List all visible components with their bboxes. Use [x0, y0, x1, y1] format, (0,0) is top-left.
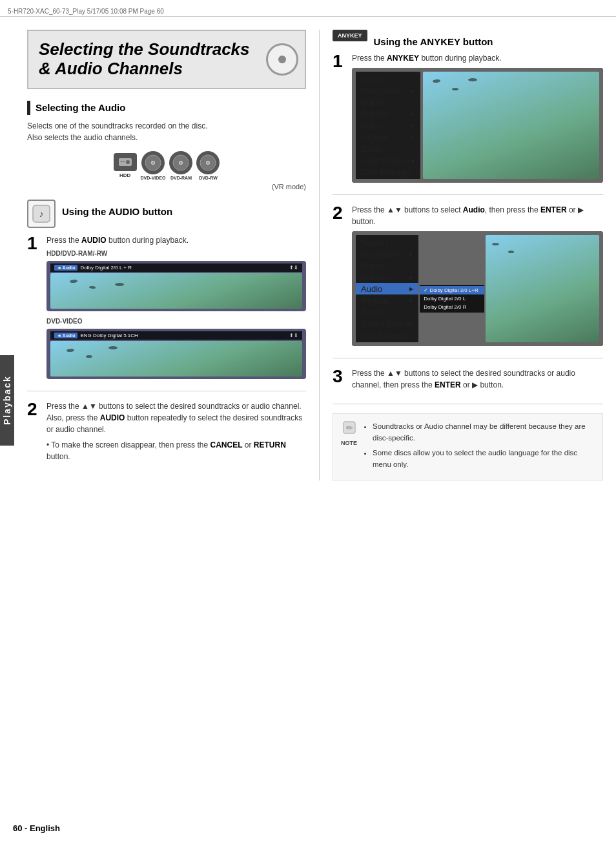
- anykey-menu-screen: Search Navigation▶ Marker Subtitle▶ Audi…: [352, 68, 603, 183]
- dvd-screen-label: DVD-VIDEO: [46, 318, 306, 325]
- anykey-bird1: [433, 79, 440, 83]
- audio-bold3: Audio: [463, 205, 485, 214]
- dvd-audio-text: ENG Dolby Digital 5.1CH: [80, 333, 138, 338]
- separator-2: [333, 194, 603, 195]
- anykey-step2-menu-panel: Search Navigation▶ Marker Subtitle▶ Audi…: [356, 235, 418, 342]
- anykey-badge-text: ANYKEY: [338, 32, 362, 39]
- disc-icon-dvd-video: DVD-VIDEO: [141, 151, 166, 180]
- separator-1: [27, 391, 306, 391]
- menu-item-repeat: Repeat▶: [356, 131, 420, 143]
- hdd-birds-bg: [50, 273, 302, 309]
- note-content: Soundtracks or Audio channel may be diff…: [364, 420, 595, 473]
- audio-bold2: AUDIO: [100, 413, 125, 422]
- separator-4: [333, 404, 603, 404]
- dvd-rw-svg: [199, 154, 217, 172]
- dvd-audio-bar: ◄ Audio ENG Dolby Digital 5.1CH ⬆⬇: [50, 331, 302, 340]
- audio-step2: 2 Press the ▲▼ buttons to select the des…: [27, 400, 306, 466]
- anykey-bold: ANYKEY: [387, 54, 419, 63]
- hdd-svg-icon: [118, 156, 132, 168]
- dvd-audio-badge: ◄ Audio: [54, 333, 77, 338]
- enter-bold2: ENTER: [435, 380, 461, 389]
- dvd-audio-arrows: ⬆⬇: [289, 333, 298, 338]
- step2-birds-bg: [486, 235, 599, 342]
- submenu-item-3: Dolby Digital 2/0 R: [420, 303, 484, 311]
- svg-text:♪: ♪: [39, 209, 44, 219]
- audio-button-icon-box: ♪: [27, 200, 56, 228]
- disc-decorative-icon: [266, 43, 298, 76]
- anykey-bird2: [452, 88, 458, 90]
- step2-menu-repeat: Repeat▶: [356, 294, 418, 306]
- svg-point-1: [126, 160, 130, 164]
- menu-item-search: Search: [356, 73, 420, 85]
- dvd-bird1: [67, 348, 74, 352]
- audio-step1: 1 Press the AUDIO button during playback…: [27, 234, 306, 382]
- step2-menu-zoom: Zoom: [356, 306, 418, 318]
- anykey-step1-text: Press the ANYKEY button during playback.: [352, 52, 603, 64]
- audio-button-section: ♪ Using the AUDIO button: [27, 200, 306, 228]
- anykey-step1-content: Press the ANYKEY button during playback.…: [352, 52, 603, 185]
- dvd-ram-shape: [169, 151, 192, 174]
- dvd-video-shape: [141, 151, 165, 174]
- dvd-bird3: [108, 346, 118, 349]
- anykey-step2-content: Press the ▲▼ buttons to select Audio, th…: [352, 204, 603, 349]
- main-content: Selecting the Soundtracks & Audio Channe…: [14, 23, 616, 493]
- submenu-item-2: Dolby Digital 2/0 L: [420, 294, 484, 303]
- anykey-step2-num: 2: [333, 204, 345, 222]
- section-title-audio: Selecting the Audio: [36, 102, 125, 113]
- menu-item-marker: Marker: [356, 96, 420, 108]
- disc-icon-dvd-ram: DVD-RAM: [169, 151, 192, 180]
- svg-rect-2: [120, 161, 125, 162]
- menu-item-zoom: Zoom: [356, 143, 420, 154]
- section-selecting-audio-header: Selecting the Audio: [27, 101, 306, 115]
- disc-icons-row: HDD DVD-VIDEO: [27, 151, 306, 180]
- dvd-video-svg: [144, 154, 162, 172]
- anykey-step3-content: Press the ▲▼ buttons to select the desir…: [352, 367, 603, 395]
- note-bullet-1: Soundtracks or Audio channel may be diff…: [373, 420, 595, 444]
- audio-step2-content: Press the ▲▼ buttons to select the desir…: [46, 400, 306, 466]
- hdd-audio-badge: ◄ Audio: [54, 265, 77, 271]
- footer-text: 60 - English: [13, 823, 60, 833]
- audio-button-icon-svg: ♪: [32, 204, 51, 223]
- step2-submenu: ✓ Dolby Digital 3/0 L+R Dolby Digital 2/…: [420, 254, 484, 342]
- anykey-bird3: [468, 78, 477, 81]
- menu-item-subtitle: Subtitle▶: [356, 108, 420, 119]
- svg-point-5: [152, 161, 154, 163]
- hdd-screen-label: HDD/DVD-RAM/-RW: [46, 250, 306, 257]
- audio-step2-num: 2: [27, 400, 40, 418]
- dvd-screen-mockup: ◄ Audio ENG Dolby Digital 5.1CH ⬆⬇: [46, 329, 306, 379]
- section-bar: [27, 101, 30, 115]
- footer: 60 - English: [13, 823, 60, 833]
- anykey-step3-num: 3: [333, 367, 345, 386]
- bird1: [70, 279, 77, 283]
- anykey-step2-text: Press the ▲▼ buttons to select Audio, th…: [352, 204, 603, 227]
- audio-step2-text: Press the ▲▼ buttons to select the desir…: [46, 400, 306, 435]
- audio-button-title: Using the AUDIO button: [62, 200, 172, 217]
- bird3: [115, 283, 124, 286]
- note-label: NOTE: [341, 437, 357, 446]
- step2-menu-search: Search: [356, 236, 418, 248]
- anykey-button-section: ANYKEY Using the ANYKEY button: [333, 30, 603, 47]
- note-bullet-2: Some discs allow you to select the audio…: [373, 447, 595, 471]
- separator-3: [333, 358, 603, 358]
- step2-menu-marker: Marker: [356, 260, 418, 271]
- hdd-screen-mockup: ◄ Audio Dolby Digital 2/0 L + R ⬆⬇: [46, 261, 306, 311]
- menu-item-navigation: Navigation▶: [356, 85, 420, 96]
- page-wrapper: 5-HR720-XAC_60-73_Play 5/17/05 10:08 PM …: [0, 0, 616, 846]
- right-column: ANYKEY Using the ANYKEY button 1 Press t…: [319, 30, 603, 480]
- playback-tab-label: Playback: [2, 376, 12, 426]
- anykey-step3: 3 Press the ▲▼ buttons to select the des…: [333, 367, 603, 395]
- audio-step1-num: 1: [27, 234, 40, 253]
- playback-tab: Playback: [0, 355, 14, 446]
- enter-bold: ENTER: [540, 205, 567, 214]
- left-column: Selecting the Soundtracks & Audio Channe…: [27, 30, 306, 480]
- hdd-shape: [114, 153, 137, 171]
- s2-bird1: [492, 243, 499, 245]
- cancel-bold: CANCEL: [210, 440, 242, 449]
- return-bold: RETURN: [254, 440, 286, 449]
- anykey-step3-text: Press the ▲▼ buttons to select the desir…: [352, 367, 603, 391]
- disc-icon-hdd: HDD: [114, 153, 137, 178]
- audio-step1-text: Press the AUDIO button during playback.: [46, 234, 306, 246]
- dvd-video-label: DVD-VIDEO: [141, 176, 166, 180]
- audio-step1-content: Press the AUDIO button during playback. …: [46, 234, 306, 382]
- menu-item-select-media: Select Media▶: [356, 154, 420, 166]
